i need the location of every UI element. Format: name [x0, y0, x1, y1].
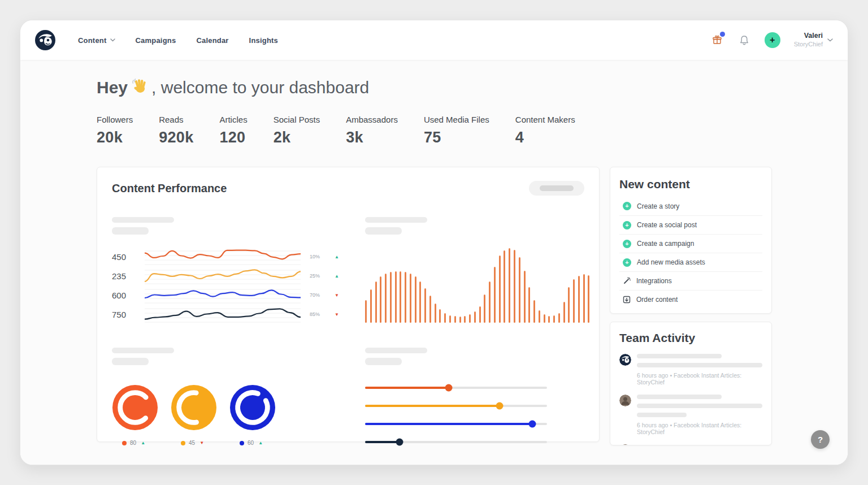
bar [375, 282, 377, 323]
bar [578, 276, 580, 323]
bar [499, 256, 501, 323]
bar [370, 289, 372, 323]
bar [583, 274, 585, 323]
create-story-button[interactable]: + Create a story [619, 197, 762, 215]
sparkline-chart [145, 248, 301, 266]
slider-track[interactable] [365, 405, 547, 407]
sparkline-chart [145, 305, 301, 323]
create-social-post-button[interactable]: + Create a social post [619, 215, 762, 234]
gift-icon [712, 35, 722, 45]
slider-knob[interactable] [529, 421, 536, 428]
right-column: New content + Create a story + Create a … [610, 167, 772, 445]
bar [479, 306, 481, 323]
slider-track[interactable] [365, 387, 547, 389]
user-menu[interactable]: Valeri StoryChief [794, 32, 833, 48]
bar [474, 311, 476, 323]
user-avatar [619, 444, 631, 445]
bar [553, 315, 555, 323]
skeleton-text [365, 358, 402, 365]
bar [514, 250, 515, 323]
skeleton-text [365, 227, 402, 235]
bar [405, 272, 406, 323]
slider-track[interactable] [365, 423, 547, 425]
cards-row: Content Performance 450 10% [97, 167, 771, 445]
progress-slider[interactable] [365, 423, 547, 425]
stats-row: Followers 20k Reads 920k Articles 120 So… [97, 115, 771, 146]
nav-item-label: Content [78, 36, 107, 45]
bar [469, 314, 471, 323]
notifications-button[interactable] [737, 33, 751, 47]
card-title: Team Activity [619, 331, 762, 345]
bar [385, 274, 387, 323]
nav-item-campaigns[interactable]: Campaigns [136, 36, 176, 45]
donut-legend-dot [122, 441, 127, 445]
order-content-button[interactable]: Order content [619, 290, 762, 309]
donut-chart: 45 ▼ [171, 384, 217, 446]
skeleton-text [637, 404, 762, 408]
skeleton-text [540, 185, 574, 191]
sparkline-row: 600 70% ▼ [112, 285, 348, 305]
nav-item-content[interactable]: Content [78, 36, 115, 45]
card-title: Content Performance [112, 182, 227, 195]
plus-circle-icon: + [623, 221, 631, 229]
bar [429, 296, 431, 323]
bar [390, 272, 392, 323]
user-avatar [619, 395, 631, 406]
stat-followers: Followers 20k [97, 115, 133, 146]
progress-slider[interactable] [365, 441, 547, 443]
donut-legend-dot [181, 441, 185, 445]
app-window: Content Campaigns Calendar Insights [20, 20, 848, 465]
user-org: StoryChief [794, 41, 823, 49]
stat-reads: Reads 920k [159, 115, 193, 146]
nav-item-label: Insights [249, 36, 278, 45]
activity-meta: 6 hours ago • Facebook Instant Articles:… [637, 422, 762, 435]
nav-item-label: Campaigns [136, 36, 176, 45]
bar [494, 267, 496, 323]
team-activity-card: Team Activity [610, 322, 772, 445]
trend-arrow: ▲ [335, 254, 339, 259]
main-area: Hey , welcome to your dashb [20, 60, 848, 465]
trend-arrow: ▼ [335, 293, 339, 298]
donut-legend-dot [240, 441, 244, 445]
help-button[interactable]: ? [811, 430, 830, 449]
question-mark-icon: ? [818, 435, 823, 444]
storychief-avatar [619, 354, 631, 366]
chevron-down-icon [827, 38, 833, 42]
bar [568, 287, 570, 323]
bar [563, 302, 565, 323]
order-content-icon [623, 296, 631, 304]
nav-item-insights[interactable]: Insights [249, 36, 278, 45]
activity-body: 6 hours ago • Facebook Instant Articles:… [637, 395, 762, 435]
bar [528, 287, 530, 323]
donut-row: 80 ▲ 45 [112, 384, 348, 446]
period-selector-button[interactable] [529, 181, 584, 196]
storychief-logo[interactable] [35, 30, 55, 50]
slider-fill [365, 441, 400, 443]
slider-knob[interactable] [396, 439, 403, 446]
progress-slider[interactable] [365, 405, 547, 407]
bar [464, 316, 466, 323]
slider-knob[interactable] [445, 384, 453, 392]
nav-item-label: Calendar [196, 36, 228, 45]
create-campaign-button[interactable]: + Create a campaign [619, 234, 762, 253]
storychief-logo-icon [35, 30, 55, 50]
slider-track[interactable] [365, 441, 547, 443]
bell-icon [739, 35, 749, 46]
skeleton-text [637, 413, 687, 417]
plus-circle-icon: + [623, 240, 631, 248]
bar [454, 316, 456, 323]
integrations-button[interactable]: Integrations [619, 271, 762, 290]
add-media-assets-button[interactable]: + Add new media assets [619, 253, 762, 271]
bar [504, 250, 505, 323]
add-button[interactable]: + [765, 32, 780, 48]
bar [459, 317, 461, 323]
nav-item-calendar[interactable]: Calendar [196, 36, 228, 45]
trend-arrow: ▲ [258, 440, 263, 445]
gift-button[interactable] [710, 33, 724, 47]
progress-slider[interactable] [365, 387, 547, 389]
slider-knob[interactable] [496, 402, 504, 410]
bar [489, 282, 491, 323]
nav-items: Content Campaigns Calendar Insights [78, 36, 278, 45]
bar [419, 282, 421, 323]
stat-articles: Articles 120 [219, 115, 247, 146]
